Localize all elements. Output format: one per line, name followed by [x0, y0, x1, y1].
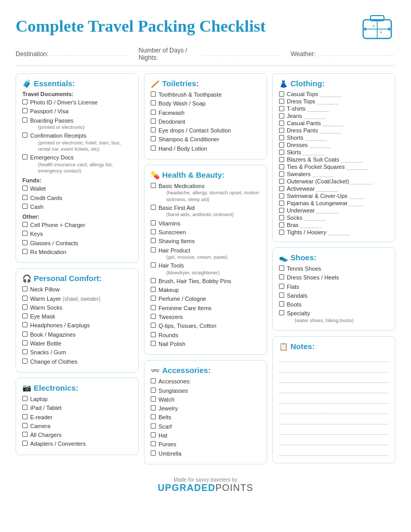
checkbox[interactable]: [279, 215, 284, 220]
checkbox[interactable]: [279, 265, 284, 271]
checkbox[interactable]: [151, 278, 156, 283]
checkbox[interactable]: [22, 296, 28, 301]
checkbox[interactable]: [22, 132, 28, 138]
fields-row: Destination: ...........................…: [16, 47, 395, 66]
checkbox[interactable]: [22, 99, 28, 104]
checkbox[interactable]: [151, 110, 156, 115]
checkbox[interactable]: [22, 231, 28, 236]
list-item: Hand / Body Lotion: [151, 145, 260, 152]
checkbox[interactable]: [22, 423, 28, 428]
checkbox[interactable]: [151, 262, 156, 268]
checkbox[interactable]: [22, 396, 28, 401]
checkbox[interactable]: [151, 100, 156, 105]
checkbox[interactable]: [151, 183, 156, 188]
checkbox[interactable]: [279, 292, 284, 298]
checkbox[interactable]: [22, 195, 28, 200]
toiletries-icon: 🪥: [151, 79, 160, 88]
checkbox[interactable]: [151, 332, 156, 337]
checkbox[interactable]: [22, 240, 28, 245]
checkbox[interactable]: [22, 222, 28, 227]
checkbox[interactable]: [151, 405, 156, 410]
list-item: Confirmation Receipts(printed or electro…: [22, 132, 132, 152]
checkbox[interactable]: [151, 296, 156, 301]
list-item: Perfume / Cologne: [151, 295, 260, 302]
checkbox[interactable]: [22, 349, 28, 354]
personal-comfort-icon: 🎧: [22, 274, 31, 283]
personal-comfort-title: 🎧 Personal Comfort:: [22, 274, 132, 283]
checkbox[interactable]: [151, 205, 156, 210]
checkbox[interactable]: [151, 238, 156, 243]
list-item: Adapters / Converters: [22, 440, 132, 447]
checkbox[interactable]: [22, 286, 28, 291]
checkbox[interactable]: [151, 323, 156, 328]
list-item: Flats: [279, 283, 389, 290]
checkbox[interactable]: [151, 229, 156, 234]
checkbox[interactable]: [22, 322, 28, 327]
list-item: Hair Tools(blowdryer, straightener): [151, 262, 260, 276]
list-item: Wallet: [22, 185, 132, 192]
checkbox[interactable]: [279, 201, 284, 206]
checkbox[interactable]: [279, 128, 284, 133]
list-item: Swimwear & Cover-Ups ____: [279, 193, 389, 199]
checkbox[interactable]: [22, 414, 28, 419]
checkbox[interactable]: [151, 247, 156, 252]
checkbox[interactable]: [279, 113, 284, 118]
checkbox[interactable]: [22, 204, 28, 209]
checkbox[interactable]: [279, 179, 284, 184]
checkbox[interactable]: [22, 405, 28, 410]
checkbox[interactable]: [22, 441, 28, 446]
checkbox[interactable]: [279, 157, 284, 162]
checkbox[interactable]: [279, 106, 284, 111]
checkbox[interactable]: [151, 220, 156, 225]
checkbox[interactable]: [151, 145, 156, 151]
checkbox[interactable]: [151, 341, 156, 346]
checkbox[interactable]: [279, 310, 284, 315]
suitcase-icon: [359, 10, 395, 42]
checkbox[interactable]: [151, 378, 156, 383]
page-title: Complete Travel Packing Checklist: [16, 17, 266, 36]
checkbox[interactable]: [22, 432, 28, 437]
checkbox[interactable]: [22, 331, 28, 337]
checkbox[interactable]: [151, 388, 156, 393]
checkbox[interactable]: [22, 185, 28, 191]
checkbox[interactable]: [151, 287, 156, 292]
checkbox[interactable]: [22, 154, 28, 159]
checkbox[interactable]: [151, 118, 156, 124]
checkbox[interactable]: [279, 208, 284, 213]
list-item: Rx Medication: [22, 248, 132, 256]
checkbox[interactable]: [22, 108, 28, 113]
checkbox[interactable]: [151, 91, 156, 97]
checkbox[interactable]: [279, 99, 284, 104]
checkbox[interactable]: [151, 423, 156, 429]
checkbox[interactable]: [151, 305, 156, 310]
checkbox[interactable]: [151, 314, 156, 319]
checkbox[interactable]: [22, 313, 28, 318]
checkbox[interactable]: [279, 230, 284, 235]
checkbox[interactable]: [151, 136, 156, 141]
checkbox[interactable]: [22, 358, 28, 364]
checkbox[interactable]: [279, 150, 284, 155]
checkbox[interactable]: [279, 135, 284, 140]
checkbox[interactable]: [279, 274, 284, 280]
checkbox[interactable]: [279, 91, 284, 97]
checkbox[interactable]: [279, 164, 284, 169]
checkbox[interactable]: [279, 301, 284, 307]
checkbox[interactable]: [22, 304, 28, 310]
checkbox[interactable]: [151, 414, 156, 419]
checkbox[interactable]: [151, 441, 156, 446]
checkbox[interactable]: [279, 171, 284, 177]
checkbox[interactable]: [151, 396, 156, 402]
checkbox[interactable]: [279, 222, 284, 228]
checkbox[interactable]: [279, 121, 284, 126]
checkbox[interactable]: [151, 127, 156, 132]
checkbox[interactable]: [279, 142, 284, 148]
checkbox[interactable]: [279, 284, 284, 289]
checkbox[interactable]: [151, 432, 156, 437]
checkbox[interactable]: [22, 117, 28, 123]
note-line: [279, 364, 389, 373]
checkbox[interactable]: [279, 193, 284, 198]
checkbox[interactable]: [22, 340, 28, 345]
checkbox[interactable]: [22, 249, 28, 254]
checkbox[interactable]: [279, 186, 284, 191]
checkbox[interactable]: [151, 450, 156, 456]
